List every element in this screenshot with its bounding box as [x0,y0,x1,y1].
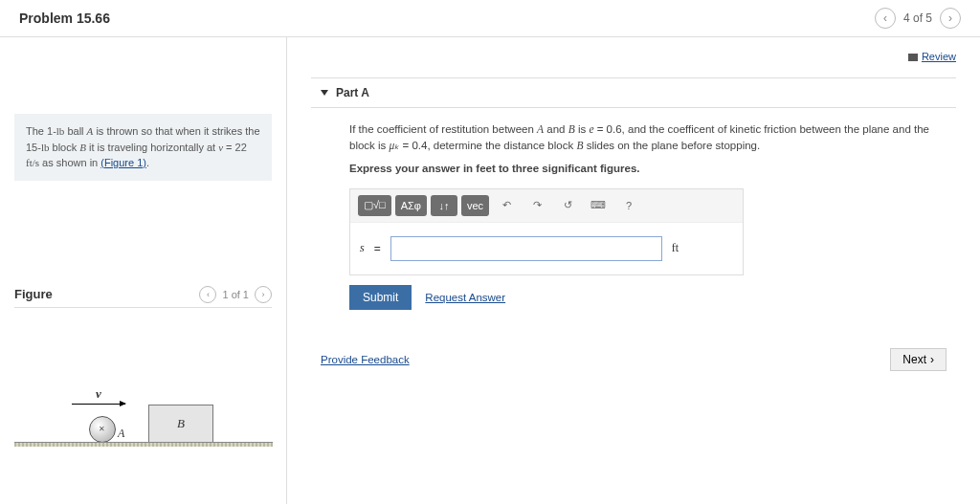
page-title: Problem 15.66 [19,11,110,26]
review-link[interactable]: Review [922,51,956,62]
problem-position: 4 of 5 [903,11,932,25]
part-header[interactable]: Part A [311,77,956,108]
ball-center-icon: ✕ [99,425,105,433]
figure-diagram: v ✕ A B [14,335,273,464]
help-button[interactable]: ? [615,195,642,216]
provide-feedback-link[interactable]: Provide Feedback [321,354,410,365]
figure-next-button[interactable]: › [255,286,272,303]
submit-button[interactable]: Submit [349,285,412,310]
vector-button[interactable]: vec [461,195,489,216]
next-problem-button[interactable]: › [940,8,961,29]
part-label: Part A [336,86,369,99]
redo-button[interactable]: ↷ [523,195,550,216]
ground-icon [14,442,273,447]
answer-variable: s [360,241,365,255]
answer-instructions: Express your answer in feet to three sig… [311,161,956,183]
equals-sign: = [374,242,381,255]
templates-button[interactable]: ▢√□ [358,195,391,216]
answer-input-block: ▢√□ ΑΣφ ↓↑ vec ↶ ↷ ↺ ⌨ ? s = ft [349,188,744,275]
problem-nav: ‹ 4 of 5 › [875,8,961,29]
answer-input[interactable] [390,236,662,261]
symbols-button[interactable]: ΑΣφ [395,195,427,216]
reset-button[interactable]: ↺ [554,195,581,216]
next-button[interactable]: Next› [890,348,947,371]
undo-button[interactable]: ↶ [493,195,520,216]
keyboard-button[interactable]: ⌨ [585,195,612,216]
velocity-arrow-icon [72,404,125,405]
subsup-button[interactable]: ↓↑ [431,195,457,216]
request-answer-link[interactable]: Request Answer [425,292,505,303]
ball-label: A [118,427,124,441]
chevron-down-icon [321,90,328,96]
figure-prev-button[interactable]: ‹ [199,286,216,303]
answer-unit: ft [672,241,679,255]
block-icon: B [148,405,213,443]
flag-icon [908,54,918,61]
figure-link[interactable]: (Figure 1) [100,157,146,168]
question-text: If the coefficient of restitution betwee… [311,108,956,161]
figure-title: Figure [14,287,53,301]
problem-statement: The 1-lb ball A is thrown so that when i… [14,114,272,181]
figure-pager: 1 of 1 [222,289,249,300]
prev-problem-button[interactable]: ‹ [875,8,896,29]
chevron-right-icon: › [930,353,934,366]
velocity-label: v [96,386,101,402]
